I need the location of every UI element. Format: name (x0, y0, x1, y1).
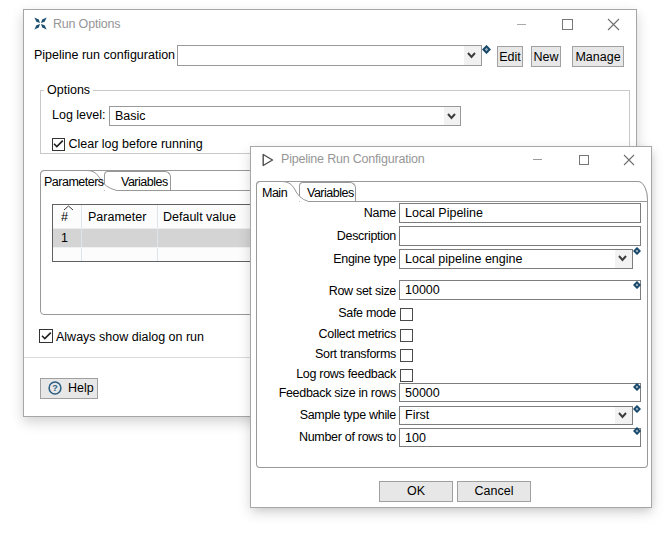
svg-text:?: ? (52, 383, 58, 393)
